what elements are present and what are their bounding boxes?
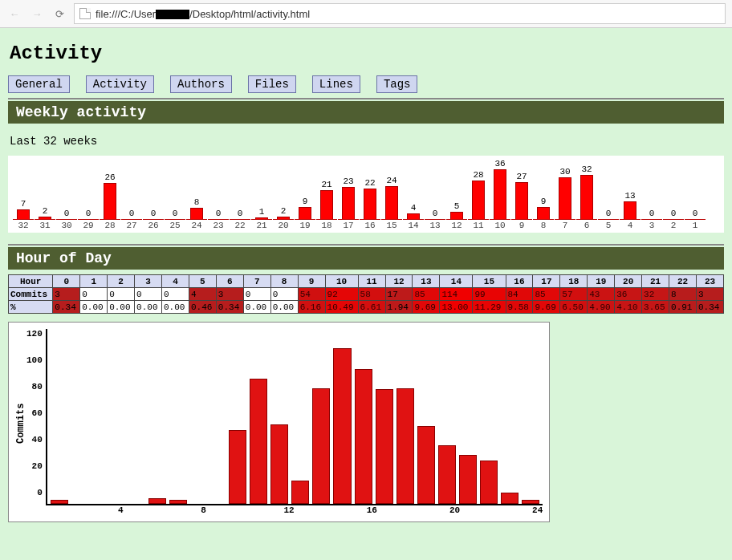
table-cell: 32	[642, 288, 669, 301]
weekly-bar: 414	[403, 164, 424, 231]
table-cell: 9.69	[413, 301, 440, 314]
tab-authors[interactable]: Authors	[170, 75, 232, 93]
chart-y-tick: 100	[26, 355, 43, 365]
table-col-header: 19	[588, 275, 615, 288]
weekly-bar: 023	[208, 164, 229, 231]
table-cell: 43	[588, 288, 615, 301]
tab-bar: GeneralActivityAuthorsFilesLinesTags	[8, 75, 724, 93]
table-col-header: 22	[669, 275, 697, 288]
weekly-bar: 025	[165, 164, 185, 231]
chart-bar	[229, 430, 246, 504]
chart-bar	[169, 500, 187, 504]
table-cell: 114	[440, 288, 473, 301]
chart-bar	[148, 498, 166, 504]
chart-bar	[417, 426, 435, 504]
back-button[interactable]: ←	[6, 6, 22, 22]
reload-button[interactable]: ⟳	[51, 6, 67, 22]
weekly-bar: 512	[446, 164, 467, 231]
chart-y-tick: 120	[26, 329, 43, 339]
table-col-header: 20	[615, 275, 642, 288]
table-col-header: 9	[298, 275, 325, 288]
table-col-header: 7	[243, 275, 270, 288]
weekly-bar: 2216	[360, 164, 380, 231]
weekly-bar: 2317	[338, 164, 359, 231]
table-col-header: 11	[358, 275, 385, 288]
weekly-activity-chart: 7322310300292628027026025824023022121220…	[8, 156, 724, 233]
table-cell: 9.69	[533, 301, 560, 314]
table-cell: 0.00	[80, 301, 108, 314]
chart-bar	[396, 388, 414, 505]
table-cell: 0.00	[270, 301, 298, 314]
table-cell: 3	[53, 288, 80, 301]
weekly-bar: 013	[425, 164, 445, 231]
table-col-header: 6	[216, 275, 243, 288]
table-col-header: 4	[162, 275, 189, 288]
tab-activity[interactable]: Activity	[86, 75, 154, 93]
chart-x-tick: 20	[449, 505, 460, 515]
table-cell: 58	[358, 288, 385, 301]
table-cell: 84	[506, 288, 533, 301]
weekly-bar: 027	[121, 164, 142, 231]
tab-tags[interactable]: Tags	[376, 75, 418, 93]
table-cell: 0.00	[135, 301, 162, 314]
chart-bar	[501, 493, 518, 504]
chart-x-tick: 4	[118, 505, 124, 515]
weekly-bar: 307	[555, 164, 575, 231]
table-cell: 10.49	[325, 301, 358, 314]
table-cell: 4.90	[588, 301, 615, 314]
chart-y-axis-label: Commits	[15, 329, 26, 518]
weekly-bar: 2628	[100, 164, 120, 231]
weekly-bar: 03	[641, 164, 662, 231]
tab-lines[interactable]: Lines	[312, 75, 360, 93]
chart-bar	[459, 455, 477, 504]
table-cell: 99	[473, 288, 506, 301]
weekly-bar: 01	[685, 164, 706, 231]
tab-general[interactable]: General	[8, 75, 70, 93]
table-cell: 3.65	[642, 301, 669, 314]
table-cell: 6.50	[560, 301, 588, 314]
table-cell: 57	[560, 288, 588, 301]
hour-of-day-chart: Commits 120100806040200 4812162024	[8, 322, 550, 522]
chart-bar	[522, 500, 539, 504]
table-cell: 85	[413, 288, 440, 301]
chart-plot-area	[46, 329, 543, 505]
weekly-bar: 2415	[381, 164, 402, 231]
chart-bar	[270, 424, 288, 504]
weekly-subtitle: Last 32 weeks	[10, 135, 722, 148]
table-cell: 36	[615, 288, 642, 301]
chart-bar	[355, 369, 372, 504]
table-col-header: 10	[325, 275, 358, 288]
table-cell: 3	[216, 288, 243, 301]
table-corner: Hour	[9, 275, 53, 288]
weekly-bar: 231	[35, 164, 55, 231]
chart-y-tick: 40	[26, 435, 43, 444]
table-cell: 0	[243, 288, 270, 301]
chart-bar	[376, 389, 393, 504]
chart-y-tick: 20	[26, 461, 43, 471]
file-icon	[79, 8, 91, 19]
table-col-header: 18	[560, 275, 588, 288]
table-cell: 0.34	[216, 301, 243, 314]
table-cell: 1.94	[385, 301, 413, 314]
weekly-bar: 98	[533, 164, 554, 231]
table-cell: 0.91	[669, 301, 697, 314]
table-row-header: %	[9, 301, 53, 314]
weekly-bar: 220	[273, 164, 294, 231]
weekly-bar: 030	[56, 164, 77, 231]
tab-files[interactable]: Files	[248, 75, 296, 93]
weekly-bar: 05	[598, 164, 619, 231]
table-cell: 9.58	[506, 301, 533, 314]
divider	[8, 244, 724, 246]
url-bar[interactable]: file:///C:/User/Desktop/html/activity.ht…	[74, 3, 726, 24]
table-col-header: 17	[533, 275, 560, 288]
forward-button[interactable]: →	[29, 6, 45, 22]
table-col-header: 15	[473, 275, 506, 288]
weekly-bar: 2118	[316, 164, 337, 231]
weekly-bar: 732	[13, 164, 34, 231]
chart-y-tick: 60	[26, 408, 43, 418]
table-col-header: 14	[440, 275, 473, 288]
weekly-bar: 134	[620, 164, 640, 231]
table-cell: 11.29	[473, 301, 506, 314]
weekly-bar: 326	[576, 164, 597, 231]
table-col-header: 23	[696, 275, 723, 288]
